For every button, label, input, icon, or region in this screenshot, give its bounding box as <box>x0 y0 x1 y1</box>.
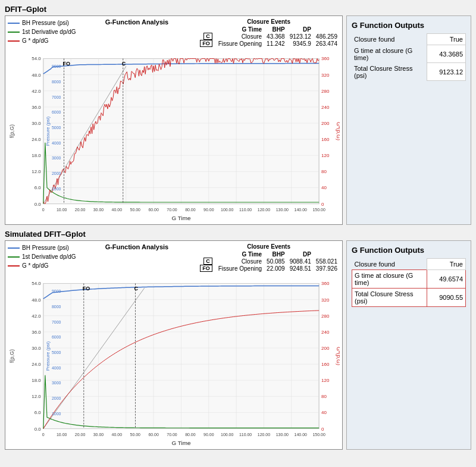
svg-text:0: 0 <box>321 202 324 207</box>
svg-text:70.00: 70.00 <box>167 432 177 437</box>
svg-text:130.00: 130.00 <box>276 208 289 212</box>
svg-text:120.00: 120.00 <box>258 208 270 212</box>
svg-text:50.00: 50.00 <box>130 432 141 437</box>
svg-text:110.00: 110.00 <box>239 432 252 437</box>
svg-text:110.00: 110.00 <box>239 208 252 212</box>
svg-text:6000: 6000 <box>52 110 61 114</box>
closure-table: G TimeBHPDPCClosure50.0859088.41558.021F… <box>198 251 340 272</box>
svg-text:30.00: 30.00 <box>93 432 104 437</box>
chart-panel-simulated: BH Pressure (psi)1st Derivative dp/dGG *… <box>5 240 343 450</box>
legend-label: G * dp/dG <box>22 36 48 45</box>
svg-text:0: 0 <box>321 427 324 432</box>
chart-title: G-Function Analysis <box>76 18 198 26</box>
svg-text:1000: 1000 <box>52 412 61 416</box>
svg-text:150.00: 150.00 <box>312 208 325 212</box>
legend-color <box>8 23 20 24</box>
legend-item: BH Pressure (psi) <box>8 243 76 252</box>
chart-header: BH Pressure (psi)1st Derivative dp/dGG *… <box>8 18 340 47</box>
svg-text:120: 120 <box>321 378 330 383</box>
outputs-panel-simulated: G Function OutputsClosure foundTrueG tim… <box>346 240 471 450</box>
g-function-outputs-title: G Function Outputs <box>352 21 466 30</box>
closure-events-title: Closure Events <box>198 243 340 250</box>
section-dfit: DFIT–GplotBH Pressure (psi)1st Derivativ… <box>5 5 471 225</box>
closure-table: G TimeBHPDPCClosure43.3689123.12486.259F… <box>198 26 340 47</box>
svg-text:140.00: 140.00 <box>295 208 307 212</box>
svg-text:160: 160 <box>321 362 330 367</box>
svg-text:7000: 7000 <box>52 95 61 99</box>
chart-header: BH Pressure (psi)1st Derivative dp/dGG *… <box>8 243 340 272</box>
output-value: 9090.55 <box>427 289 466 307</box>
output-label: G time at closure (G time) <box>352 45 427 63</box>
outputs-table: Closure foundTrueG time at closure (G ti… <box>352 258 466 307</box>
svg-text:FO: FO <box>83 286 90 292</box>
svg-text:360: 360 <box>321 56 330 61</box>
closure-events-title: Closure Events <box>198 18 340 25</box>
svg-text:240: 240 <box>321 105 330 110</box>
svg-text:90.00: 90.00 <box>203 432 214 437</box>
closure-events: Closure EventsG TimeBHPDPCClosure43.3689… <box>198 18 340 47</box>
closure-events: Closure EventsG TimeBHPDPCClosure50.0859… <box>198 243 340 272</box>
legend-item: BH Pressure (psi) <box>8 18 76 27</box>
svg-text:150.00: 150.00 <box>312 432 325 437</box>
svg-text:12.0: 12.0 <box>32 169 41 174</box>
legend-label: 1st Derivative dp/dG <box>22 252 76 261</box>
svg-text:FO: FO <box>63 61 70 67</box>
legend-color <box>8 247 20 249</box>
chart-svg: 91822FOC0.06.012.018.024.030.036.042.048… <box>8 49 340 222</box>
svg-text:54.0: 54.0 <box>32 281 41 286</box>
svg-text:9000: 9000 <box>52 64 61 68</box>
svg-text:60.00: 60.00 <box>148 208 159 212</box>
svg-text:42.0: 42.0 <box>32 314 41 319</box>
svg-text:f(p,G): f(p,G) <box>9 349 15 363</box>
svg-text:4000: 4000 <box>52 141 61 145</box>
legend-label: 1st Derivative dp/dG <box>22 27 76 36</box>
svg-text:80: 80 <box>321 169 327 174</box>
output-value: 9123.12 <box>427 63 466 81</box>
svg-text:40.00: 40.00 <box>112 432 123 437</box>
svg-text:140.00: 140.00 <box>295 432 307 437</box>
svg-text:100.00: 100.00 <box>221 208 233 212</box>
output-value: 43.3685 <box>427 45 466 63</box>
svg-text:6.0: 6.0 <box>35 410 42 415</box>
output-row: G time at closure (G time)49.6574 <box>352 270 466 289</box>
output-label: Total Closure Stress (psi) <box>352 63 427 81</box>
svg-text:9000: 9000 <box>52 289 61 293</box>
legend-item: 1st Derivative dp/dG <box>8 27 76 36</box>
svg-text:60.00: 60.00 <box>148 432 159 437</box>
g-function-outputs-title: G Function Outputs <box>352 246 466 255</box>
svg-text:130.00: 130.00 <box>276 432 289 437</box>
svg-text:G*(p,G): G*(p,G) <box>336 347 340 365</box>
svg-text:G Time: G Time <box>171 215 191 221</box>
legend-color <box>8 40 20 42</box>
svg-text:70.00: 70.00 <box>167 208 177 212</box>
svg-text:200: 200 <box>321 346 330 351</box>
output-value: 49.6574 <box>427 270 466 289</box>
svg-text:3000: 3000 <box>52 381 61 385</box>
legend-label: BH Pressure (psi) <box>22 243 69 252</box>
output-row: Total Closure Stress (psi)9123.12 <box>352 63 466 81</box>
svg-text:48.0: 48.0 <box>32 297 41 303</box>
output-value: True <box>427 259 466 270</box>
chart-panel-dfit: BH Pressure (psi)1st Derivative dp/dGG *… <box>5 15 343 225</box>
svg-text:40: 40 <box>321 410 327 415</box>
svg-text:24.0: 24.0 <box>32 137 41 142</box>
legend-area: BH Pressure (psi)1st Derivative dp/dGG *… <box>8 243 76 270</box>
output-row: Total Closure Stress (psi)9090.55 <box>352 289 466 307</box>
chart-center-title: G-Function Analysis <box>76 243 198 250</box>
output-value: True <box>427 34 466 45</box>
svg-text:6000: 6000 <box>52 335 61 339</box>
svg-text:120: 120 <box>321 153 330 158</box>
svg-text:G*(p,G): G*(p,G) <box>336 122 340 140</box>
closure-row: FOFissure Opening22.0099248.51397.926 <box>198 265 340 272</box>
legend-color <box>8 256 20 258</box>
section-row-dfit: BH Pressure (psi)1st Derivative dp/dGG *… <box>5 15 471 225</box>
svg-text:30.0: 30.0 <box>32 346 41 351</box>
svg-text:24.0: 24.0 <box>32 362 41 367</box>
svg-text:18.0: 18.0 <box>32 153 41 158</box>
svg-text:7000: 7000 <box>52 320 61 324</box>
legend-item: 1st Derivative dp/dG <box>8 252 76 261</box>
svg-text:0: 0 <box>42 432 45 437</box>
outputs-table: Closure foundTrueG time at closure (G ti… <box>352 33 466 81</box>
svg-text:G Time: G Time <box>171 440 191 446</box>
section-title-simulated: Simulated DFIT–Gplot <box>5 230 471 239</box>
